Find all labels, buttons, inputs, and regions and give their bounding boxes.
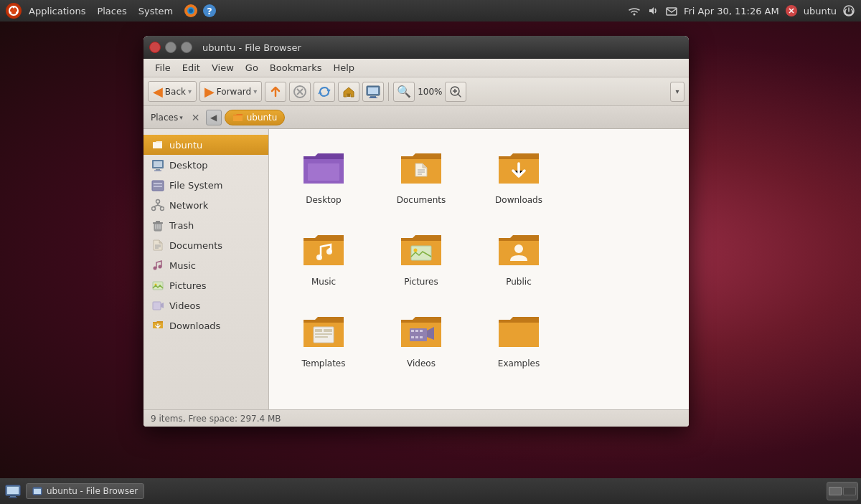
svg-rect-26 xyxy=(154,186,162,187)
sidebar-item-network[interactable]: Network xyxy=(144,195,268,215)
sidebar-item-downloads[interactable]: Downloads xyxy=(144,315,268,336)
sidebar-item-trash[interactable]: Trash xyxy=(144,215,268,235)
sidebar-item-videos[interactable]: Videos xyxy=(144,295,268,315)
sidebar-item-desktop[interactable]: Desktop xyxy=(144,155,268,175)
svg-rect-18 xyxy=(369,98,377,98)
sidebar-item-pictures[interactable]: Pictures xyxy=(144,275,268,295)
file-item-downloads[interactable]: Downloads xyxy=(476,141,562,211)
window-maximize-button[interactable] xyxy=(181,42,192,53)
username-label: ubuntu xyxy=(804,6,837,16)
menu-places[interactable]: Places xyxy=(93,4,131,18)
forward-arrow-icon xyxy=(204,84,215,99)
sidebar-ubuntu-icon xyxy=(151,138,165,152)
svg-point-6 xyxy=(189,9,193,13)
file-item-public[interactable]: Public xyxy=(476,222,562,293)
back-button[interactable]: Back ▾ xyxy=(148,81,197,102)
file-desktop-label: Desktop xyxy=(306,195,342,205)
up-button[interactable] xyxy=(265,82,286,102)
sidebar-filesystem-icon xyxy=(151,178,165,192)
svg-rect-57 xyxy=(7,487,19,494)
sidebar-pictures-icon xyxy=(151,278,165,293)
file-public-label: Public xyxy=(506,277,532,287)
taskbar-window-button[interactable]: ubuntu - File Browser xyxy=(26,483,144,499)
forward-label: Forward xyxy=(217,87,251,97)
stop-button[interactable] xyxy=(289,82,311,102)
file-item-videos[interactable]: Videos xyxy=(378,304,464,374)
svg-rect-53 xyxy=(411,336,414,338)
file-pictures-label: Pictures xyxy=(404,277,438,287)
sidebar-item-ubuntu[interactable]: ubuntu xyxy=(144,135,268,155)
file-item-documents[interactable]: Documents xyxy=(378,141,464,211)
svg-point-42 xyxy=(414,249,418,252)
top-panel: Applications Places System ? xyxy=(0,0,861,22)
menu-bookmarks[interactable]: Bookmarks xyxy=(264,61,328,75)
refresh-button[interactable] xyxy=(314,82,335,102)
taskbar-right xyxy=(827,482,858,500)
close-sidebar-button[interactable]: ✕ xyxy=(189,110,203,125)
sidebar-documents-label: Documents xyxy=(169,240,222,251)
window-minimize-button[interactable] xyxy=(165,42,177,53)
sidebar-item-filesystem[interactable]: File System xyxy=(144,175,268,195)
menu-help[interactable]: Help xyxy=(327,61,360,75)
location-folder-icon xyxy=(232,112,244,123)
status-bar: 9 items, Free space: 297.4 MB xyxy=(144,409,689,427)
svg-rect-52 xyxy=(420,330,423,332)
top-panel-left: Applications Places System ? xyxy=(6,3,217,19)
zoom-in-button[interactable] xyxy=(445,82,466,102)
places-text: Places xyxy=(151,113,178,123)
volume-icon xyxy=(646,4,659,17)
forward-dropdown-icon[interactable]: ▾ xyxy=(253,87,257,95)
stop-icon xyxy=(293,85,307,99)
location-back-button[interactable]: ◀ xyxy=(206,110,222,125)
places-dropdown-icon[interactable]: ▾ xyxy=(179,114,183,121)
svg-rect-54 xyxy=(415,336,418,338)
window-close-button[interactable] xyxy=(149,42,161,53)
back-dropdown-icon[interactable]: ▾ xyxy=(188,87,192,95)
menu-go[interactable]: Go xyxy=(240,61,264,75)
refresh-icon xyxy=(317,85,331,99)
file-videos-label: Videos xyxy=(407,358,436,369)
file-item-templates[interactable]: Templates xyxy=(281,304,367,374)
file-item-examples[interactable]: Examples xyxy=(476,304,562,374)
back-arrow-icon xyxy=(153,84,163,99)
svg-rect-58 xyxy=(10,496,16,498)
firefox-icon[interactable] xyxy=(183,3,199,19)
power-icon[interactable] xyxy=(842,4,855,17)
folder-music-icon xyxy=(301,228,347,274)
file-item-desktop[interactable]: Desktop xyxy=(281,141,367,211)
folder-examples-icon xyxy=(496,310,542,356)
forward-button[interactable]: Forward ▾ xyxy=(199,81,262,102)
sidebar-item-music[interactable]: Music xyxy=(144,255,268,275)
sidebar-videos-icon xyxy=(151,298,165,313)
help-icon[interactable]: ? xyxy=(202,3,217,19)
file-item-pictures[interactable]: Pictures xyxy=(378,222,464,293)
menu-applications[interactable]: Applications xyxy=(24,4,90,18)
svg-rect-59 xyxy=(9,498,17,498)
home-button[interactable] xyxy=(338,82,359,102)
svg-rect-47 xyxy=(315,333,332,335)
svg-rect-48 xyxy=(315,336,328,338)
taskbar-pager-button[interactable] xyxy=(827,482,858,500)
sidebar-music-label: Music xyxy=(169,260,196,271)
zoom-out-button[interactable]: 🔍 xyxy=(393,82,415,102)
svg-rect-16 xyxy=(368,87,378,94)
toolbar-extra-dropdown[interactable]: ▾ xyxy=(670,82,684,102)
zoom-level: 100% xyxy=(418,87,442,97)
svg-point-29 xyxy=(161,207,164,211)
file-item-music[interactable]: Music xyxy=(281,222,367,293)
menu-file[interactable]: File xyxy=(149,61,177,75)
folder-videos-icon xyxy=(398,310,444,356)
ubuntu-logo-icon[interactable] xyxy=(6,3,22,19)
sidebar-documents-icon xyxy=(151,238,165,252)
file-examples-label: Examples xyxy=(498,358,540,369)
menu-edit[interactable]: Edit xyxy=(177,61,206,75)
svg-rect-61 xyxy=(34,489,41,494)
close-panel-icon[interactable] xyxy=(785,4,798,17)
sidebar-item-documents[interactable]: Documents xyxy=(144,235,268,255)
svg-point-40 xyxy=(326,249,332,255)
menu-system[interactable]: System xyxy=(134,4,177,18)
location-current[interactable]: ubuntu xyxy=(225,110,286,125)
sidebar-downloads-icon xyxy=(151,318,165,333)
menu-view[interactable]: View xyxy=(206,61,240,75)
computer-button[interactable] xyxy=(362,82,384,102)
